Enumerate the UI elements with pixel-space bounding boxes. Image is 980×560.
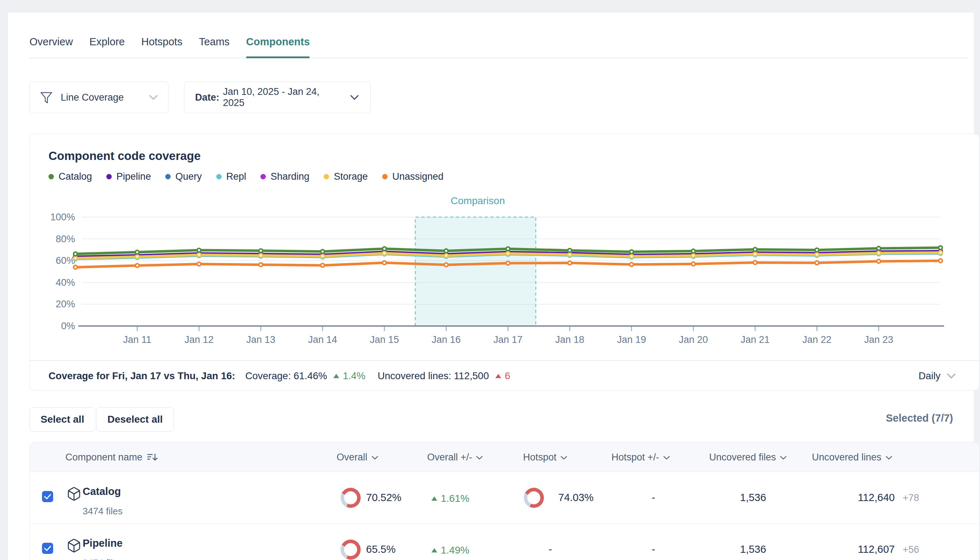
legend-label: Unassigned [392,171,443,182]
chevron-down-icon [149,95,158,100]
column-header-label: Hotspot [523,452,556,463]
svg-text:0%: 0% [61,321,75,332]
hotspot-delta: - [652,492,655,503]
column-header-label: Hotspot +/- [611,452,659,463]
hotspot-delta: - [652,543,655,555]
funnel-icon [40,91,53,104]
overall-coverage-donut [341,488,360,508]
svg-text:Jan 22: Jan 22 [802,334,831,345]
svg-text:Jan 18: Jan 18 [555,334,584,345]
legend-dot [324,174,329,179]
column-header-label: Component name [65,452,143,463]
uncovered-lines-value: 112,607 [858,543,895,555]
tab-label: Explore [90,36,125,48]
interval-dropdown[interactable]: Daily [919,370,956,382]
components-table: Component nameOverallOverall +/-HotspotH… [30,442,980,560]
table-body: Catalog3474 files70.52%1.61%74.03%-1,536… [30,472,979,560]
content-panel: OverviewExploreHotspotsTeamsComponents L… [8,13,974,560]
deselect-all-button[interactable]: Deselect all [96,407,174,432]
svg-text:Jan 13: Jan 13 [246,334,275,345]
legend-item-query: Query [165,171,202,182]
uncovered-files-value: 1,536 [740,543,766,555]
column-header-label: Uncovered lines [812,452,882,463]
delta-up-icon [432,497,437,501]
legend-dot [106,174,112,179]
component-name: Pipeline [83,537,123,549]
tab-label: Overview [30,36,73,48]
legend-label: Query [175,171,202,182]
component-name: Catalog [83,486,121,497]
column-header-hotspot-[interactable]: Hotspot +/- [611,442,670,472]
interval-value: Daily [919,370,940,382]
overall-delta-value: 1.49% [441,545,469,556]
legend-item-unassigned: Unassigned [382,171,443,182]
chart-legend: CatalogPipelineQueryReplShardingStorageU… [48,171,443,182]
uncovered-files-value: 1,536 [740,492,766,503]
metric-filter-dropdown[interactable]: Line Coverage [30,82,168,113]
uncovered-lines-cell: 112,607+56 [858,543,919,555]
chevron-down-icon [350,95,360,100]
legend-dot [165,174,171,179]
column-header-label: Overall [337,452,367,463]
table-row-pipeline[interactable]: Pipeline3474 files65.5%1.49%--1,536112,6… [30,524,979,560]
table-header: Component nameOverallOverall +/-HotspotH… [30,442,979,472]
component-cube-icon [66,537,81,554]
date-filter-dropdown[interactable]: Date: Jan 10, 2025 - Jan 24, 2025 [184,82,371,113]
overall-delta-value: 1.61% [441,493,469,504]
legend-item-repl: Repl [216,171,246,182]
column-header-component-name[interactable]: Component name [65,442,158,472]
selected-count: Selected (7/7) [886,412,953,424]
column-header-overall[interactable]: Overall [337,442,378,472]
legend-dot [48,174,54,179]
tab-components[interactable]: Components [246,25,310,58]
svg-text:Jan 15: Jan 15 [370,334,399,345]
svg-text:Jan 16: Jan 16 [432,334,460,345]
chevron-down-icon [560,456,567,460]
chevron-down-icon [372,456,378,460]
legend-item-pipeline: Pipeline [106,171,151,182]
legend-label: Catalog [58,171,92,182]
tab-label: Hotspots [141,36,182,48]
legend-item-catalog: Catalog [48,171,92,182]
date-filter-label: Date: [195,92,219,103]
column-header-uncovered-lines[interactable]: Uncovered lines [812,442,892,472]
tab-bar: OverviewExploreHotspotsTeamsComponents [30,25,310,58]
coverage-line-chart[interactable]: 0%20%40%60%80%100%Jan 11Jan 12Jan 13Jan … [44,208,964,352]
tab-hotspots[interactable]: Hotspots [141,25,182,58]
overall-value: 65.5% [366,543,395,555]
legend-dot [261,174,266,179]
metric-filter-label: Line Coverage [61,92,124,103]
tab-teams[interactable]: Teams [199,25,229,58]
svg-text:Jan 21: Jan 21 [741,334,769,345]
svg-text:40%: 40% [56,277,75,288]
chevron-down-icon [780,456,787,460]
svg-text:Jan 23: Jan 23 [864,334,893,345]
legend-label: Sharding [271,171,309,182]
delta-up-icon [432,548,437,552]
table-row-catalog[interactable]: Catalog3474 files70.52%1.61%74.03%-1,536… [30,472,979,524]
svg-text:Jan 19: Jan 19 [617,334,646,345]
row-checkbox[interactable] [42,491,53,502]
overall-delta: 1.49% [432,545,469,556]
column-header-overall-[interactable]: Overall +/- [427,442,483,472]
svg-text:Jan 17: Jan 17 [493,334,522,345]
chevron-down-icon [663,456,670,460]
overall-coverage-donut [341,540,360,560]
column-header-label: Overall +/- [427,452,472,463]
comparison-region [415,217,536,326]
chevron-down-icon [885,456,892,460]
row-checkbox[interactable] [42,543,53,554]
tab-label: Teams [199,36,229,48]
column-header-hotspot[interactable]: Hotspot [523,442,567,472]
legend-dot [216,174,222,179]
svg-text:Jan 20: Jan 20 [679,334,708,345]
legend-item-storage: Storage [324,171,368,182]
delta-up-icon [333,374,339,378]
tab-explore[interactable]: Explore [90,25,125,58]
tab-overview[interactable]: Overview [30,25,73,58]
hotspot-coverage-donut [524,488,544,508]
svg-text:Jan 11: Jan 11 [123,334,151,345]
select-all-button[interactable]: Select all [30,407,95,432]
column-header-uncovered-files[interactable]: Uncovered files [709,442,787,472]
component-file-count: 3474 files [83,506,123,517]
